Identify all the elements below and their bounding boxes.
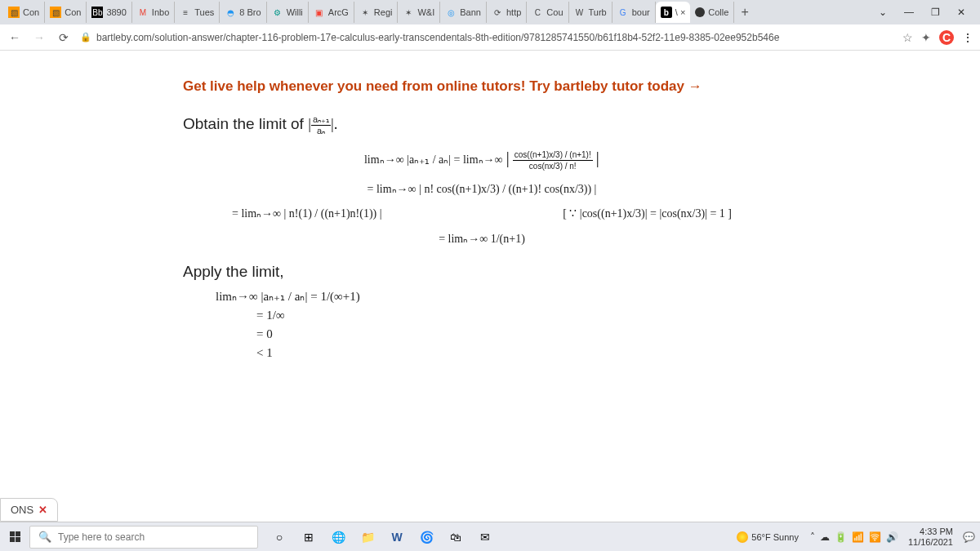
solution-card: Obtain the limit of |aₙ₊₁aₙ|. limₙ→∞ |aₙ…: [163, 106, 800, 373]
favicon: ▧: [50, 7, 61, 18]
eq-num: cos((n+1)x/3) / (n+1)!: [513, 149, 593, 161]
favicon: ⟳: [492, 7, 503, 18]
bookmark-icon[interactable]: ☆: [902, 31, 913, 44]
tab[interactable]: Gbour: [612, 2, 656, 23]
favicon: ⚙: [272, 7, 283, 18]
date-text: 11/16/2021: [908, 537, 953, 547]
notifications-icon[interactable]: 💬: [963, 531, 975, 543]
url-text: bartleby.com/solution-answer/chapter-116…: [96, 32, 779, 43]
tab[interactable]: ✶Regi: [354, 2, 399, 23]
tab[interactable]: ≡Tues: [175, 2, 220, 23]
tab-label: Colle: [708, 7, 728, 17]
favicon: ◎: [445, 7, 457, 18]
menu-icon[interactable]: ⋮: [962, 31, 973, 44]
equation-step-3: = limₙ→∞ | n!(1) / ((n+1)n!(1)) | [ ∵ |c…: [183, 207, 781, 221]
eq-text: = limₙ→∞ | n! cos((n+1)x/3) / ((n+1)! co…: [368, 182, 597, 197]
result-line-1: limₙ→∞ |aₙ₊₁ / aₙ| = 1/(∞+1): [183, 289, 781, 304]
favicon: C: [532, 7, 543, 18]
close-button[interactable]: ✕: [951, 7, 972, 18]
close-icon[interactable]: ✕: [38, 504, 47, 516]
page-content: Get live help whenever you need from onl…: [0, 51, 980, 522]
tab[interactable]: ◎Bann: [440, 2, 487, 23]
tab[interactable]: Bb3890: [87, 2, 131, 23]
time-text: 4:33 PM: [908, 527, 953, 536]
chrome-icon[interactable]: 🌐: [325, 524, 351, 550]
tab[interactable]: ✶W&I: [398, 2, 440, 23]
tab-label: W&I: [417, 7, 434, 17]
word-icon[interactable]: W: [384, 524, 410, 550]
eq-rhs: [ ∵ |cos((n+1)x/3)| = |cos(nx/3)| = 1 ]: [563, 207, 732, 221]
back-button[interactable]: ←: [7, 31, 23, 44]
banner-text: Get live help whenever you need from onl…: [183, 78, 702, 94]
favicon: ◓: [225, 7, 236, 18]
favicon: G: [617, 7, 629, 18]
tab[interactable]: ⟳http: [487, 2, 527, 23]
search-icon: 🔍: [38, 531, 51, 543]
toolbar-icons: ☆ ✦ C ⋮: [902, 30, 973, 45]
tab[interactable]: CCou: [527, 2, 568, 23]
file-explorer-icon[interactable]: 📁: [354, 524, 381, 550]
favicon: W: [574, 7, 586, 18]
battery-icon[interactable]: 🔋: [835, 531, 847, 543]
start-button[interactable]: [0, 522, 29, 551]
chevron-down-icon[interactable]: ⌄: [872, 7, 893, 18]
taskbar-search[interactable]: 🔍: [29, 526, 258, 549]
tab[interactable]: ▧Con: [45, 2, 87, 23]
tab[interactable]: ◓8 Bro: [220, 2, 266, 23]
card-heading: Obtain the limit of |aₙ₊₁aₙ|.: [183, 114, 781, 136]
tab[interactable]: ▧Con: [3, 2, 45, 23]
tab-label: Inbo: [152, 7, 169, 17]
address-bar-row: ← → ⟳ 🔒 bartleby.com/solution-answer/cha…: [0, 24, 980, 51]
result-line-3: = 0: [183, 327, 781, 341]
task-view-icon[interactable]: ⊞: [296, 524, 322, 550]
tab-active[interactable]: b\ ×: [656, 2, 691, 23]
favicon: M: [137, 7, 149, 18]
volume-icon[interactable]: 🔊: [886, 531, 898, 543]
apply-limit-heading: Apply the limit,: [183, 263, 781, 281]
onedrive-icon[interactable]: ☁: [820, 531, 830, 543]
tab-label: bour: [632, 7, 650, 17]
heading-text: Obtain the limit of: [183, 115, 308, 132]
tab-label: 3890: [106, 7, 126, 17]
tab-label: \ ×: [675, 7, 686, 17]
tutor-banner[interactable]: Get live help whenever you need from onl…: [163, 67, 800, 106]
forward-button[interactable]: →: [31, 31, 47, 44]
result-line-4: < 1: [183, 346, 781, 360]
new-tab-button[interactable]: +: [734, 5, 755, 20]
weather-widget[interactable]: 56°F Sunny: [737, 531, 799, 543]
wifi-icon[interactable]: 🛜: [869, 531, 881, 543]
reload-button[interactable]: ⟳: [56, 31, 72, 44]
tab-label: Cou: [546, 7, 563, 17]
minimize-button[interactable]: ―: [898, 7, 920, 18]
search-input[interactable]: [58, 531, 249, 543]
browser-tab-strip: ▧Con ▧Con Bb3890 MInbo ≡Tues ◓8 Bro ⚙Wil…: [0, 0, 980, 24]
window-controls: ⌄ ― ❐ ✕: [872, 7, 977, 18]
eq-text: = limₙ→∞ 1/(n+1): [439, 232, 525, 247]
tab[interactable]: Colle: [690, 2, 734, 23]
edge-icon[interactable]: 🌀: [413, 524, 439, 550]
tab-label: Bann: [460, 7, 481, 17]
bottom-tab[interactable]: ONS ✕: [0, 498, 58, 522]
tab[interactable]: ⚙Willi: [267, 2, 309, 23]
tab[interactable]: MInbo: [132, 2, 175, 23]
cortana-icon[interactable]: ○: [266, 524, 292, 550]
favicon: [695, 7, 705, 17]
maximize-button[interactable]: ❐: [924, 7, 946, 18]
store-icon[interactable]: 🛍: [443, 524, 469, 550]
tab-label: Con: [65, 7, 81, 17]
extensions-icon[interactable]: ✦: [921, 31, 931, 44]
chevron-up-icon[interactable]: ˄: [810, 531, 815, 543]
tab[interactable]: WTurb: [569, 2, 612, 23]
favicon: ▧: [8, 7, 20, 18]
network-icon[interactable]: 📶: [852, 531, 864, 543]
tab[interactable]: ▣ArcG: [309, 2, 354, 23]
profile-badge[interactable]: C: [939, 30, 954, 45]
result-line-2: = 1/∞: [183, 309, 781, 322]
mail-icon[interactable]: ✉: [472, 524, 498, 550]
tab-label: 8 Bro: [239, 7, 261, 17]
favicon: Bb: [91, 7, 103, 18]
tab-label: Willi: [287, 7, 303, 17]
address-bar[interactable]: 🔒 bartleby.com/solution-answer/chapter-1…: [80, 32, 894, 43]
clock[interactable]: 4:33 PM 11/16/2021: [908, 527, 953, 546]
windows-taskbar: 🔍 ○ ⊞ 🌐 📁 W 🌀 🛍 ✉ 56°F Sunny ˄ ☁ 🔋 📶 🛜 🔊…: [0, 522, 980, 551]
